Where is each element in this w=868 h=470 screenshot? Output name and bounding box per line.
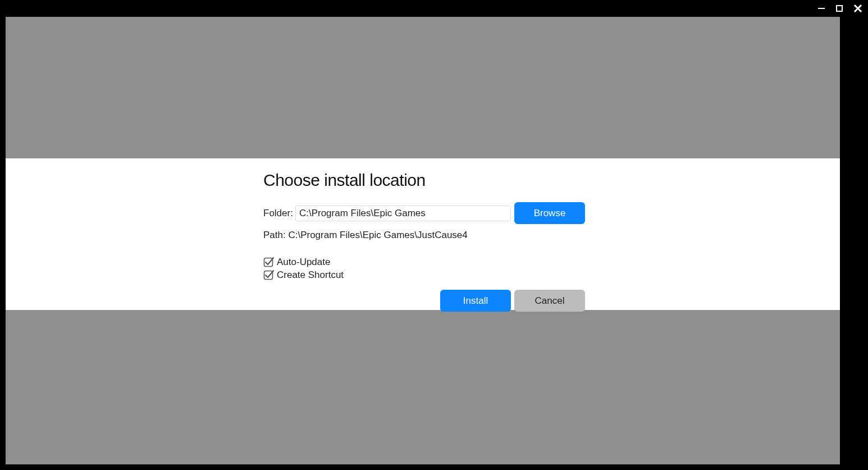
folder-row: Folder: Browse	[263, 202, 585, 224]
dialog-title: Choose install location	[263, 171, 585, 190]
folder-input[interactable]	[295, 206, 511, 221]
create-shortcut-label: Create Shortcut	[277, 270, 344, 281]
minimize-icon[interactable]	[817, 4, 825, 12]
dialog-button-row: Install Cancel	[263, 290, 585, 312]
checkbox-checked-icon[interactable]	[263, 270, 275, 281]
path-label: Path:	[263, 230, 288, 240]
close-icon[interactable]	[853, 4, 862, 13]
maximize-icon[interactable]	[835, 4, 843, 12]
install-dialog: Choose install location Folder: Browse P…	[6, 158, 840, 310]
folder-label: Folder:	[263, 208, 293, 219]
auto-update-row[interactable]: Auto-Update	[263, 257, 585, 268]
checkbox-checked-icon[interactable]	[263, 257, 275, 268]
cancel-button[interactable]: Cancel	[514, 290, 585, 312]
backdrop: Choose install location Folder: Browse P…	[6, 17, 840, 464]
browse-button[interactable]: Browse	[514, 202, 585, 224]
path-value: C:\Program Files\Epic Games\JustCause4	[288, 230, 467, 240]
path-row: Path: C:\Program Files\Epic Games\JustCa…	[263, 230, 585, 241]
auto-update-label: Auto-Update	[277, 257, 330, 268]
create-shortcut-row[interactable]: Create Shortcut	[263, 270, 585, 281]
window-titlebar	[0, 0, 868, 17]
svg-rect-1	[837, 6, 842, 11]
install-button[interactable]: Install	[440, 290, 511, 312]
